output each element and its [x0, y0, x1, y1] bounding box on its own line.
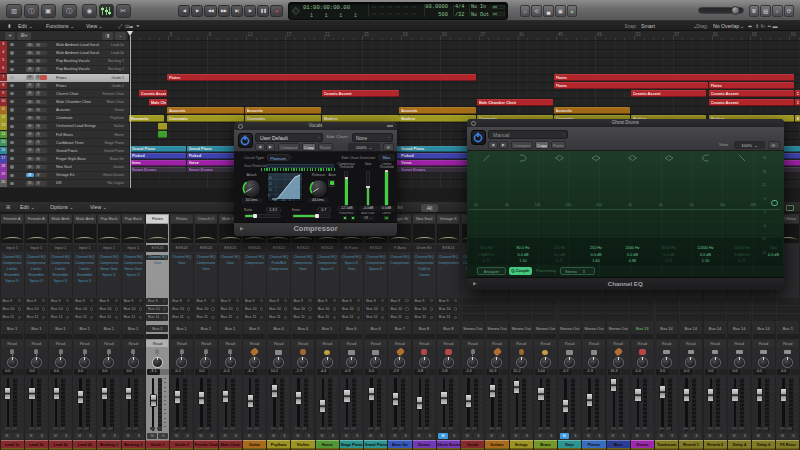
svg-text:-10: -10	[268, 188, 272, 192]
svg-text:-40: -40	[273, 198, 277, 202]
svg-text:-30: -30	[268, 176, 272, 180]
svg-text:-20: -20	[268, 182, 272, 186]
svg-text:-20: -20	[281, 198, 285, 202]
